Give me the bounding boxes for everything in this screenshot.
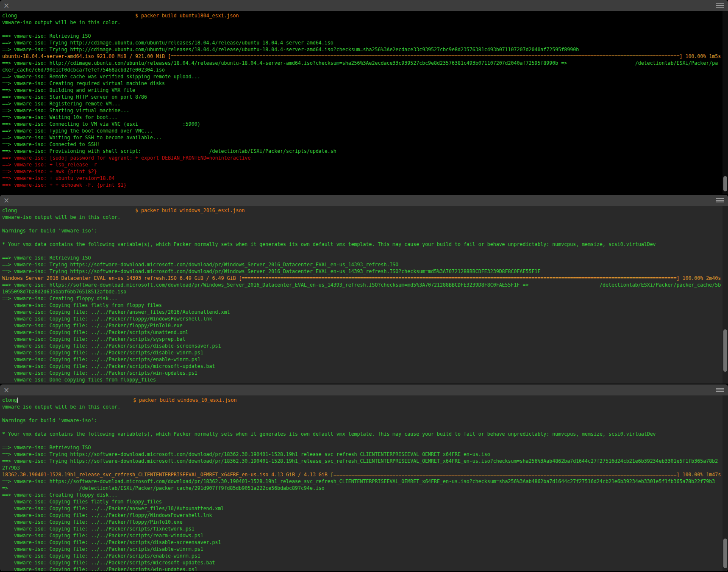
terminal-line: ==> vmware-iso: Retrieving ISO [2, 33, 728, 39]
terminal-line: ==> vmware-iso: Trying http://cdimage.ub… [2, 39, 728, 46]
terminal-line: vmware-iso: Copying file: ../../Packer/a… [2, 309, 728, 315]
terminal-line: vmware-iso output will be in this color. [2, 403, 728, 410]
terminal-line: * Your vmx data contains the following v… [2, 431, 728, 437]
terminal-line: 2f79b3 [2, 464, 728, 471]
terminal-line: clong $ packer build ubuntu1804_esxi.jso… [2, 12, 728, 19]
terminal-line: ==> vmware-iso: Remote cache was verifie… [2, 73, 728, 80]
window-titlebar[interactable]: × [0, 384, 728, 396]
terminal-line: ==> vmware-iso: http://cdimage.ubuntu.co… [2, 60, 728, 66]
terminal-line: cker_cache/e6d790e1cf0dcbca7fefef75468ac… [2, 66, 728, 73]
terminal-line: vmware-iso: Copying files flatly from fl… [2, 302, 728, 309]
terminal-line: vmware-iso: Copying file: ../../Packer/s… [2, 559, 728, 566]
terminal-line: vmware-iso: Copying file: ../../Packer/s… [2, 336, 728, 343]
terminal-line: ==> vmware-iso: Retrieving ISO [2, 444, 728, 451]
terminal-line [2, 248, 728, 254]
terminal-line: vmware-iso: Copying file: ../../Packer/f… [2, 322, 728, 329]
terminal-line: 1055098d7ba8d2d635babf6bb76518512afbde.i… [2, 288, 728, 295]
terminal-line: Windows_Server_2016_Datacenter_EVAL_en-u… [2, 275, 728, 282]
scrollbar-thumb[interactable] [723, 176, 727, 191]
terminal-line: ==> vmware-iso: Waiting for SSH to becom… [2, 134, 728, 141]
hamburger-menu-icon[interactable] [716, 198, 724, 202]
close-icon[interactable]: × [3, 385, 9, 395]
terminal-line [2, 410, 728, 417]
terminal-line: ==> vmware-iso: + + echoawk -F. {print $… [2, 182, 728, 188]
scrollbar-thumb[interactable] [723, 329, 727, 372]
terminal-line: ==> vmware-iso: Creating floppy disk... [2, 492, 728, 498]
terminal-line: * Your vmx data contains the following v… [2, 241, 728, 248]
terminal-line: ==> vmware-iso: Creating required virtua… [2, 80, 728, 87]
terminal-line [2, 437, 728, 444]
terminal-line: vmware-iso: Copying file: ../../Packer/f… [2, 315, 728, 322]
terminal-line: vmware-iso: Copying file: ../../Packer/f… [2, 519, 728, 525]
terminal-line [2, 26, 728, 33]
terminal-line: ==> vmware-iso: Waiting 10s for boot... [2, 114, 728, 121]
terminal-line: vmware-iso: Copying file: ../../Packer/s… [2, 566, 728, 571]
terminal-line: ==> vmware-iso: Building and writing VMX… [2, 87, 728, 94]
terminal-line: clong $ packer build windows_2016_esxi.j… [2, 207, 728, 214]
scrollbar[interactable] [722, 395, 728, 571]
terminal-line: ==> vmware-iso: Starting virtual machine… [2, 107, 728, 114]
hamburger-menu-icon[interactable] [716, 3, 724, 8]
terminal-line: ==> vmware-iso: Registering remote VM... [2, 100, 728, 107]
scrollbar[interactable] [722, 206, 728, 384]
terminal-line: ubuntu-18.04.4-server-amd64.iso 921.00 M… [2, 53, 728, 60]
terminal-output[interactable]: clong $ packer build windows_2016_esxi.j… [0, 206, 728, 384]
terminal-line: vmware-iso: Copying file: ../../Packer/s… [2, 532, 728, 539]
terminal-line: vmware-iso output will be in this color. [2, 19, 728, 26]
terminal-line [2, 424, 728, 431]
terminal-line: vmware-iso: Copying file: ../../Packer/s… [2, 363, 728, 370]
terminal-line: vmware-iso: Copying file: ../../Packer/s… [2, 546, 728, 553]
scrollbar[interactable] [722, 11, 728, 194]
terminal-line: ==> vmware-iso: https://software-downloa… [2, 478, 728, 485]
terminal-line: ==> vmware-iso: Provisioning with shell … [2, 148, 728, 155]
terminal-line: ==> vmware-iso: Starting HTTP server on … [2, 94, 728, 100]
terminal-line: ==> vmware-iso: Connected to SSH! [2, 141, 728, 148]
terminal-line: ==> vmware-iso: Trying https://software-… [2, 261, 728, 268]
close-icon[interactable]: × [3, 1, 9, 10]
window-titlebar[interactable]: × [0, 195, 728, 206]
terminal-line: vmware-iso output will be in this color. [2, 214, 728, 221]
terminal-output[interactable]: clong $ packer build windows_10_esxi.jso… [0, 395, 728, 571]
hamburger-menu-icon[interactable] [716, 388, 724, 392]
terminal-line: ==> vmware-iso: Retrieving ISO [2, 254, 728, 261]
terminal-line: ==> vmware-iso: Creating floppy disk... [2, 295, 728, 302]
terminal-window-windows10: × clong $ packer build windows_10_esxi.j… [0, 384, 728, 571]
terminal-line: => /detectionlab/ESXi/Packer/packer_cach… [2, 485, 728, 492]
terminal-line: ==> vmware-iso: Trying https://software-… [2, 458, 728, 464]
terminal-line [2, 234, 728, 241]
terminal-window-windows2016: × clong $ packer build windows_2016_esxi… [0, 195, 728, 384]
terminal-line: ==> vmware-iso: Trying http://cdimage.ub… [2, 46, 728, 53]
close-icon[interactable]: × [3, 196, 9, 205]
terminal-line: vmware-iso: Copying files flatly from fl… [2, 498, 728, 505]
scrollbar-thumb[interactable] [723, 539, 727, 568]
terminal-line: ==> vmware-iso: Typing the boot command … [2, 127, 728, 134]
terminal-line: Warnings for build 'vmware-iso': [2, 227, 728, 234]
terminal-line: ==> vmware-iso: + lsb_release -r [2, 161, 728, 168]
terminal-line: clong $ packer build windows_10_esxi.jso… [2, 397, 728, 403]
terminal-line: vmware-iso: Copying file: ../../Packer/s… [2, 349, 728, 356]
terminal-line: 18362.30.190401-1528.19h1_release_svc_re… [2, 471, 728, 478]
terminal-line: Warnings for build 'vmware-iso': [2, 417, 728, 424]
terminal-line: vmware-iso: Done copying files from flop… [2, 376, 728, 383]
terminal-line: vmware-iso: Copying file: ../../Packer/s… [2, 553, 728, 559]
terminal-line [2, 221, 728, 227]
terminal-line: ==> vmware-iso: Trying https://software-… [2, 268, 728, 275]
terminal-line: ==> vmware-iso: [sudo] password for vagr… [2, 155, 728, 161]
terminal-line: ==> vmware-iso: + awk {print $2} [2, 168, 728, 175]
terminal-line: vmware-iso: Copying file: ../../Packer/a… [2, 505, 728, 512]
terminal-line: ==> vmware-iso: Connecting to VM via VNC… [2, 121, 728, 127]
terminal-output[interactable]: clong $ packer build ubuntu1804_esxi.jso… [0, 11, 728, 194]
terminal-line: vmware-iso: Copying file: ../../Packer/s… [2, 356, 728, 363]
terminal-line: vmware-iso: Copying file: ../../Packer/s… [2, 329, 728, 336]
terminal-line: vmware-iso: Copying file: ../../Packer/s… [2, 525, 728, 532]
terminal-window-ubuntu1804: × clong $ packer build ubuntu1804_esxi.j… [0, 0, 728, 194]
terminal-line: vmware-iso: Copying file: ../../Packer/s… [2, 343, 728, 349]
window-titlebar[interactable]: × [0, 0, 728, 11]
terminal-line: vmware-iso: Copying file: ../../Packer/s… [2, 539, 728, 546]
terminal-line: vmware-iso: Copying file: ../../Packer/s… [2, 370, 728, 376]
terminal-line: ==> vmware-iso: + ubuntu_version=18.04 [2, 175, 728, 182]
terminal-line: vmware-iso: Copying file: ../../Packer/f… [2, 512, 728, 519]
terminal-line: ==> vmware-iso: https://software-downloa… [2, 282, 728, 288]
terminal-line: ==> vmware-iso: Trying https://software-… [2, 451, 728, 458]
